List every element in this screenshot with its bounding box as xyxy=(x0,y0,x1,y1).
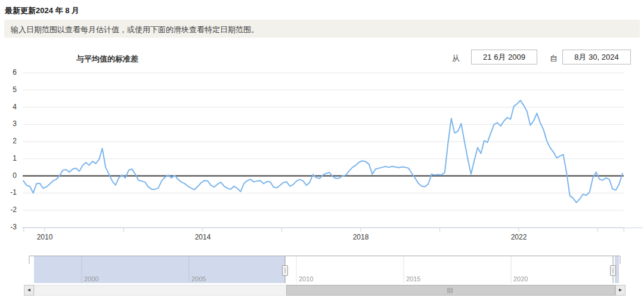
y-axis-tick-label: 2 xyxy=(0,137,17,145)
y-axis-tick-label: 6 xyxy=(0,68,17,76)
x-axis-tick-label: 2010 xyxy=(27,233,63,241)
series-line xyxy=(23,100,623,202)
y-axis-tick-label: -1 xyxy=(0,188,17,196)
x-axis-tick-label: 2014 xyxy=(185,233,221,241)
y-axis-tick-label: 1 xyxy=(0,154,17,162)
y-axis-tick-label: 3 xyxy=(0,119,17,128)
navigator-year-label: 2015 xyxy=(406,275,420,282)
chart-plot xyxy=(0,0,644,301)
x-axis-tick-label: 2018 xyxy=(343,233,379,241)
y-axis-tick-label: -2 xyxy=(0,205,17,214)
scrollbar[interactable]: ◄ ||| ► xyxy=(24,285,626,296)
navigator-year-label: 2005 xyxy=(191,275,206,282)
scrollbar-thumb[interactable]: ||| xyxy=(286,285,615,296)
navigator-year-label: 2010 xyxy=(299,275,313,282)
x-axis-tick-label: 2022 xyxy=(501,233,537,241)
page: 最新更新2024 年 8 月 输入日期范围以查看每月估计值，或使用下面的滑块查看… xyxy=(0,0,644,301)
y-axis-tick-label: 4 xyxy=(0,103,17,111)
scrollbar-left-arrow-icon[interactable]: ◄ xyxy=(24,285,34,296)
scrollbar-right-arrow-icon[interactable]: ► xyxy=(615,285,626,296)
scrollbar-grip-icon: ||| xyxy=(447,287,453,293)
y-axis-tick-label: 5 xyxy=(0,85,17,94)
navigator-mask-left[interactable] xyxy=(34,256,285,283)
navigator-year-label: 2000 xyxy=(84,275,98,282)
y-axis-tick-label: 0 xyxy=(0,171,17,180)
navigator-year-label: 2020 xyxy=(513,275,528,282)
y-axis-tick-label: -3 xyxy=(0,223,17,231)
